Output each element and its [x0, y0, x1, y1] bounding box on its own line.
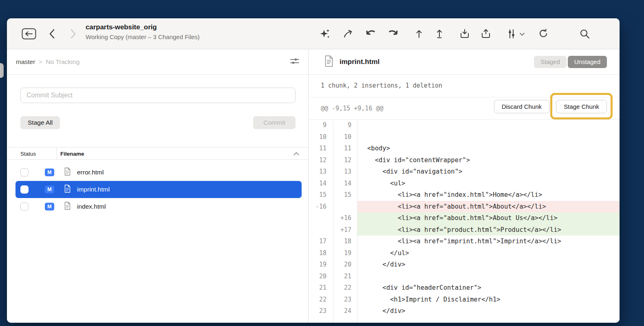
old-line-number: -16 — [309, 201, 333, 213]
file-row[interactable]: M index.html — [15, 198, 302, 215]
stage-checkbox[interactable] — [20, 185, 29, 194]
old-line-number: 10 — [309, 131, 333, 143]
file-icon — [324, 55, 334, 69]
pull-icon[interactable] — [365, 28, 376, 40]
old-line-number: 18 — [309, 247, 333, 259]
new-line-number: 21 — [333, 271, 357, 282]
code-line — [357, 131, 620, 143]
old-line-number: 13 — [309, 166, 333, 178]
stage-chunk-button[interactable]: Stage Chunk — [556, 100, 607, 113]
new-line-number: 12 — [333, 154, 357, 166]
refresh-icon[interactable] — [538, 28, 549, 40]
diff-line[interactable]: 15 15 <li><a href="index.html">Home</a><… — [309, 189, 620, 201]
stage-all-button[interactable]: Stage All — [20, 116, 60, 129]
sidebar-toggle-icon[interactable] — [22, 28, 36, 40]
code-line: <li><a href="product.html">Product</a></… — [357, 224, 620, 236]
column-divider — [56, 148, 57, 159]
file-name: imprint.html — [77, 186, 110, 193]
diff-line[interactable]: 22 23 <h1>Imprint / Disclaimer</h1> — [309, 294, 620, 306]
diff-line[interactable]: 14 14 <ul> — [309, 178, 620, 189]
new-line-number: 11 — [333, 143, 357, 154]
staged-unstaged-toggle: Staged Unstaged — [534, 56, 607, 68]
stage-checkbox[interactable] — [20, 168, 29, 176]
code-line: </div> — [357, 259, 620, 271]
old-line-number: 21 — [309, 282, 333, 294]
file-icon — [64, 202, 71, 212]
file-icon — [64, 167, 71, 178]
new-line-number: 10 — [333, 131, 357, 143]
new-line-number: +16 — [333, 212, 357, 224]
code-line: </div> — [357, 305, 620, 317]
checkout-icon[interactable] — [342, 28, 354, 40]
sidebar-handle[interactable] — [0, 63, 4, 78]
filter-icon[interactable] — [506, 28, 517, 40]
file-table-header: Status Filename — [7, 147, 308, 160]
modified-status-badge: M — [45, 169, 54, 176]
diff-line[interactable]: 19 20 </div> — [309, 259, 620, 271]
diff-line[interactable]: 11 11 <body> — [309, 143, 620, 154]
diff-line[interactable]: +16 <li><a href="about.html">About Us</a… — [309, 212, 620, 224]
diff-line[interactable]: -16 <li><a href="about.html">About</a></… — [309, 201, 620, 213]
stash-icon[interactable] — [459, 28, 470, 40]
sort-order-icon[interactable] — [293, 150, 299, 157]
chunk-header: @@ -9,15 +9,16 @@ — [321, 105, 384, 112]
forward-icon[interactable] — [68, 28, 77, 40]
diff-file-header: imprint.html Staged Unstaged — [309, 49, 620, 75]
diff-line[interactable]: 9 9 — [309, 119, 620, 131]
commit-button[interactable]: Commit — [253, 116, 296, 129]
arrow-up-from-line-icon[interactable] — [434, 28, 445, 40]
commit-subject-input[interactable] — [20, 88, 296, 103]
stash-pop-icon[interactable] — [480, 28, 492, 40]
new-line-number: 14 — [333, 178, 357, 189]
code-line: <li><a href="imprint.html">Imprint</a></… — [357, 236, 620, 247]
toolbar: carparts-website_orig Working Copy (mast… — [7, 18, 620, 49]
filename-column-header[interactable]: Filename — [60, 150, 84, 156]
old-line-number: 12 — [309, 154, 333, 166]
new-line-number: 18 — [333, 236, 357, 247]
new-line-number: 13 — [333, 166, 357, 178]
diff-lines: 9 9 10 10 11 11 <body> 12 12 <div id="co… — [309, 119, 620, 323]
code-line: <body> — [357, 143, 620, 154]
repo-subtitle: Working Copy (master – 3 Changed Files) — [86, 33, 200, 40]
list-options-icon[interactable] — [289, 56, 300, 68]
file-name: index.html — [77, 203, 106, 210]
old-line-number: 9 — [309, 119, 333, 131]
code-line: <div id="navigation"> — [357, 166, 620, 178]
diff-panel: imprint.html Staged Unstaged 1 chunk, 2 … — [309, 49, 620, 323]
diff-line[interactable]: 23 24 </div> — [309, 305, 620, 317]
file-icon — [64, 185, 71, 195]
old-line-number: 23 — [309, 305, 333, 317]
stage-checkbox[interactable] — [20, 203, 29, 211]
modified-status-badge: M — [45, 186, 54, 194]
diff-line[interactable]: 17 18 <li><a href="imprint.html">Imprint… — [309, 236, 620, 247]
old-line-number: 14 — [309, 178, 333, 189]
new-line-number: 23 — [333, 294, 357, 306]
diff-line[interactable]: 13 13 <div id="navigation"> — [309, 166, 620, 178]
file-row[interactable]: M imprint.html — [15, 181, 302, 198]
unstaged-tab[interactable]: Unstaged — [568, 56, 607, 68]
new-line-number: 9 — [333, 119, 357, 131]
push-icon[interactable] — [388, 28, 399, 40]
old-line-number: 22 — [309, 294, 333, 306]
app-window: carparts-website_orig Working Copy (mast… — [7, 18, 620, 323]
breadcrumb-tracking[interactable]: No Tracking — [46, 58, 80, 66]
breadcrumb-branch[interactable]: master — [16, 58, 35, 66]
diff-line[interactable]: 12 12 <div id="contentWrapper"> — [309, 154, 620, 166]
staged-tab[interactable]: Staged — [534, 56, 567, 68]
code-line: <div id="contentWrapper"> — [357, 154, 620, 166]
diff-line[interactable]: 20 21 — [309, 271, 620, 282]
diff-line[interactable]: +17 <li><a href="product.html">Product</… — [309, 224, 620, 236]
arrow-up-icon[interactable] — [413, 28, 425, 40]
sparkles-icon[interactable] — [319, 28, 330, 40]
diff-line[interactable]: 21 22 <div id="headerContainer"> — [309, 282, 620, 294]
diff-line[interactable]: 18 19 </ul> — [309, 247, 620, 259]
back-icon[interactable] — [48, 28, 57, 40]
search-icon[interactable] — [579, 28, 590, 39]
filter-chevron-down-icon[interactable] — [520, 30, 525, 37]
status-column-header[interactable]: Status — [20, 150, 36, 156]
old-line-number: 17 — [309, 236, 333, 247]
discard-chunk-button[interactable]: Discard Chunk — [494, 100, 549, 113]
new-line-number: 22 — [333, 282, 357, 294]
diff-line[interactable]: 10 10 — [309, 131, 620, 143]
file-row[interactable]: M error.html — [15, 164, 302, 181]
